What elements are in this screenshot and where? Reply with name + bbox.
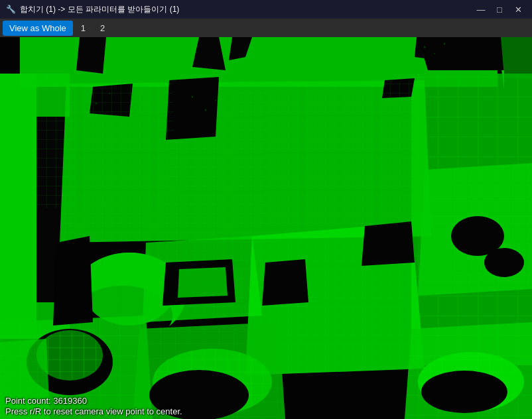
svg-marker-29 [178, 267, 228, 298]
minimize-button[interactable]: — [472, 3, 490, 16]
svg-point-67 [444, 43, 446, 45]
svg-marker-57 [501, 37, 532, 80]
svg-marker-58 [17, 80, 176, 210]
menu-item-2[interactable]: 2 [94, 21, 111, 36]
status-bar: Point count: 3619360 Press r/R to reset … [0, 393, 188, 419]
menu-item-1[interactable]: 1 [74, 21, 92, 36]
svg-point-48 [421, 371, 507, 413]
svg-point-65 [424, 46, 426, 48]
maximize-button[interactable]: □ [491, 3, 508, 16]
app-icon: 🔧 [5, 4, 16, 15]
title-bar-left: 🔧 합치기 (1) -> 모든 파라미터를 받아들이기 (1) [5, 4, 179, 15]
menu-bar: View as Whole 1 2 [0, 19, 532, 37]
svg-point-60 [192, 96, 194, 98]
title-bar-controls: — □ ✕ [472, 3, 527, 16]
viewport[interactable]: Point count: 3619360 Press r/R to reset … [0, 37, 532, 419]
svg-point-62 [215, 99, 216, 101]
title-bar: 🔧 합치기 (1) -> 모든 파라미터를 받아들이기 (1) — □ ✕ [0, 0, 532, 19]
svg-point-52 [484, 248, 524, 277]
svg-marker-32 [262, 259, 308, 306]
close-button[interactable]: ✕ [509, 3, 527, 16]
point-count-text: Point count: 3619360 [5, 396, 182, 406]
title-bar-text: 합치기 (1) -> 모든 파라미터를 받아들이기 (1) [20, 4, 179, 15]
svg-marker-53 [53, 236, 93, 326]
svg-point-61 [205, 109, 207, 111]
svg-marker-33 [362, 221, 415, 266]
svg-point-66 [434, 53, 435, 54]
hint-text: Press r/R to reset camera view point to … [5, 406, 182, 416]
svg-point-64 [109, 93, 110, 94]
svg-marker-59 [262, 80, 428, 226]
menu-view-as-whole[interactable]: View as Whole [3, 21, 73, 36]
point-cloud-view [0, 37, 532, 419]
svg-point-63 [96, 103, 98, 105]
svg-marker-7 [76, 37, 106, 74]
